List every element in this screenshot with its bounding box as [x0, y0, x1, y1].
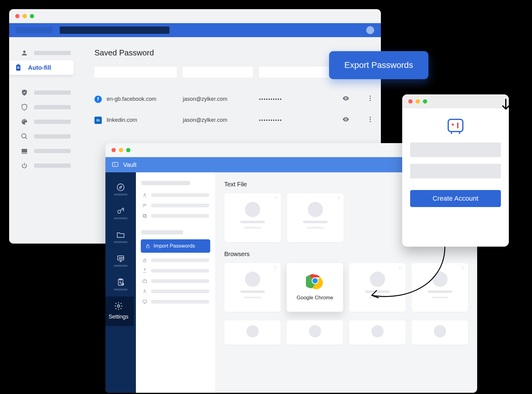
sidebar-item-appearance[interactable]	[9, 114, 82, 129]
nav-item-sso[interactable]: SSO	[105, 249, 136, 273]
star-outline-icon	[274, 196, 278, 200]
key-icon	[116, 206, 125, 216]
download-arrow-icon	[500, 98, 512, 114]
user-cell: jason@zylker.com	[183, 117, 253, 123]
svg-point-8	[117, 184, 124, 191]
svg-text:SSO: SSO	[119, 257, 124, 259]
import-passwords-label: Import Passwords	[154, 243, 195, 249]
create-account-label: Create Account	[433, 195, 478, 202]
maximize-icon[interactable]	[126, 148, 130, 152]
svg-point-17	[145, 205, 146, 206]
power-icon	[21, 162, 28, 169]
sidebar-item-onstartup[interactable]	[9, 158, 82, 173]
minimize-icon[interactable]	[23, 14, 27, 18]
shield-icon	[21, 104, 28, 111]
window-titlebar	[9, 9, 381, 23]
star-outline-icon	[461, 266, 465, 270]
svg-rect-19	[143, 214, 146, 217]
svg-rect-21	[144, 260, 146, 262]
export-passwords-label: Export Passwords	[344, 60, 413, 70]
more-vert-icon	[367, 116, 374, 123]
import-card[interactable]	[224, 263, 281, 312]
table-row[interactable]: f en-gb.facebook.com jason@zylker.com ••…	[94, 89, 378, 110]
star-outline-icon	[273, 266, 278, 270]
import-card[interactable]	[224, 193, 281, 242]
close-icon[interactable]	[15, 14, 20, 18]
palette-icon	[21, 118, 28, 125]
copy-icon	[142, 213, 147, 219]
minimize-icon[interactable]	[416, 99, 420, 104]
sidebar-item-privacy[interactable]	[9, 100, 82, 114]
site-cell: en-gb.facebook.com	[107, 96, 156, 102]
import-card-chrome[interactable]: Google Chrome	[287, 263, 343, 312]
export-passwords-button[interactable]: Export Passwords	[329, 51, 428, 79]
sidebar-item-search[interactable]	[9, 129, 82, 144]
topbar-placeholder	[16, 27, 52, 33]
signup-field[interactable]	[410, 164, 501, 178]
show-password-button[interactable]	[342, 116, 349, 125]
minimize-icon[interactable]	[119, 148, 123, 152]
briefcase-icon	[142, 278, 147, 284]
svg-point-15	[144, 194, 146, 195]
svg-rect-28	[448, 119, 463, 132]
subnav-item[interactable]	[141, 266, 210, 276]
user-cell: jason@zylker.com	[183, 96, 253, 102]
browser-icon	[21, 147, 28, 155]
sidebar-item-safety[interactable]	[9, 85, 82, 100]
subnav-item[interactable]	[141, 190, 210, 200]
vault-subnav: Import Passwords	[136, 172, 215, 393]
svg-point-5	[370, 121, 371, 122]
password-cell: ••••••••••	[259, 118, 329, 123]
import-card[interactable]	[412, 320, 468, 345]
svg-rect-18	[144, 215, 146, 217]
import-card[interactable]	[349, 320, 406, 345]
subnav-item[interactable]	[141, 211, 210, 221]
create-account-button[interactable]: Create Account	[410, 190, 501, 207]
upload-icon	[142, 268, 147, 273]
import-card[interactable]	[287, 193, 344, 242]
import-card[interactable]	[287, 320, 343, 345]
address-bar[interactable]	[60, 26, 169, 34]
svg-point-0	[370, 96, 371, 97]
sidebar-item-you[interactable]	[9, 46, 82, 60]
row-menu-button[interactable]	[367, 116, 374, 125]
row-menu-button[interactable]	[367, 95, 374, 104]
sidebar-item-default[interactable]	[9, 144, 82, 158]
table-row[interactable]: in linkedin.com jason@zylker.com •••••••…	[94, 110, 378, 131]
subnav-item[interactable]	[141, 286, 210, 297]
subnav-item[interactable]	[141, 255, 210, 266]
maximize-icon[interactable]	[30, 14, 34, 18]
nav-item-audit[interactable]	[105, 273, 136, 297]
subnav-item[interactable]	[141, 297, 210, 307]
eye-icon	[342, 95, 349, 102]
close-icon[interactable]	[408, 99, 413, 104]
nav-item-dashboard[interactable]	[105, 178, 136, 202]
more-vert-icon	[367, 95, 374, 102]
import-card-label: Google Chrome	[296, 295, 333, 301]
sidebar-item-autofill[interactable]: Auto-fill	[9, 60, 74, 75]
vault-logo-icon: *	[446, 118, 465, 136]
svg-point-3	[370, 117, 371, 118]
nav-item-settings[interactable]: Settings	[105, 297, 134, 326]
person-icon	[142, 192, 147, 198]
import-card[interactable]	[224, 320, 281, 345]
shield-check-icon	[21, 89, 28, 96]
subnav-item[interactable]	[141, 200, 210, 211]
nav-item-passwords[interactable]	[105, 202, 136, 225]
signup-window: * Create Account	[402, 94, 509, 247]
close-icon[interactable]	[112, 148, 116, 152]
maximize-icon[interactable]	[423, 99, 427, 104]
nav-item-label: Settings	[108, 314, 128, 320]
linkedin-icon: in	[94, 117, 102, 124]
nav-item-folders[interactable]	[105, 225, 136, 249]
svg-point-1	[370, 98, 371, 99]
svg-point-4	[370, 119, 371, 120]
svg-rect-22	[143, 280, 147, 283]
import-passwords-button[interactable]: Import Passwords	[141, 239, 210, 253]
show-password-button[interactable]	[342, 95, 349, 104]
subnav-item[interactable]	[141, 276, 210, 286]
svg-text:*: *	[452, 122, 454, 129]
profile-avatar[interactable]	[366, 26, 374, 34]
site-cell: linkedin.com	[107, 117, 137, 123]
signup-field[interactable]	[410, 142, 501, 157]
